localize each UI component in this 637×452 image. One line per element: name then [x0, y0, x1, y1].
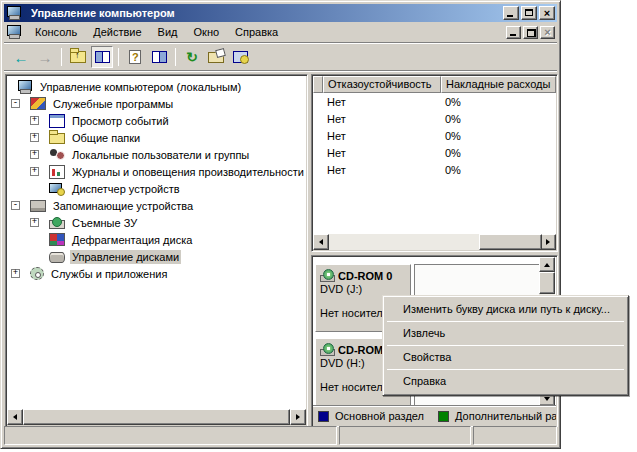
back-button[interactable]: ← [10, 46, 32, 68]
mdi-restore-icon [527, 29, 536, 37]
tree-item-computer-management[interactable]: Управление компьютером (локальным) [8, 78, 305, 95]
column-header-fault-tolerance[interactable]: Отказоустойчивость [323, 76, 441, 93]
titlebar[interactable]: Управление компьютером × [4, 4, 557, 22]
expand-expander[interactable]: + [30, 167, 39, 176]
services-icon [30, 267, 44, 280]
tree-item-removable-storage[interactable]: + Съемные ЗУ [8, 214, 305, 231]
mdi-close-button: × [540, 26, 555, 39]
window-title: Управление компьютером [31, 7, 501, 19]
collapse-expander[interactable]: - [11, 201, 20, 210]
status-segment [473, 426, 557, 445]
menu-action[interactable]: Действие [85, 23, 149, 41]
properties-button[interactable] [205, 46, 227, 68]
tree-item-services-applications[interactable]: + Службы и приложения [8, 265, 305, 282]
maximize-icon [525, 9, 533, 16]
app-computer-icon [6, 6, 22, 20]
minimize-button[interactable] [503, 6, 519, 20]
menu-item-change-drive-letter[interactable]: Изменить букву диска или путь к диску... [385, 299, 626, 320]
console-tree-icon [95, 51, 110, 63]
expand-expander[interactable]: + [11, 269, 20, 278]
back-icon: ← [14, 50, 29, 65]
volume-row[interactable]: Нет 0% [312, 161, 557, 178]
scroll-track[interactable] [23, 409, 290, 425]
volume-row[interactable]: Нет 0% [312, 127, 557, 144]
forward-button: → [34, 46, 56, 68]
shared-folders-icon [49, 133, 65, 144]
tree-item-storage[interactable]: - Запоминающие устройства [8, 197, 305, 214]
storage-icon [30, 200, 46, 212]
volume-row[interactable]: Нет 0% [312, 93, 557, 110]
tree-item-shared-folders[interactable]: + Общие папки [8, 129, 305, 146]
volume-row[interactable]: Нет 0% [312, 144, 557, 161]
tree-item-performance-logs[interactable]: + Журналы и оповещения производительност… [8, 163, 305, 180]
scroll-up-icon [544, 260, 550, 267]
up-one-level-button[interactable]: ↑ [67, 46, 89, 68]
menu-item-eject[interactable]: Извлечь [385, 323, 626, 344]
list-horizontal-scrollbar[interactable] [313, 234, 556, 250]
tree-item-disk-defragmenter[interactable]: Дефрагментация диска [8, 231, 305, 248]
scroll-left-button[interactable] [313, 234, 329, 250]
menu-view[interactable]: Вид [150, 23, 186, 41]
menu-help[interactable]: Справка [227, 23, 286, 41]
mdi-restore-button[interactable] [523, 26, 538, 39]
cdrom-drive-icon [320, 269, 336, 282]
scroll-left-button[interactable] [7, 409, 23, 425]
scroll-track[interactable] [329, 234, 540, 250]
scroll-right-button[interactable] [290, 409, 306, 425]
collapse-expander[interactable]: - [11, 99, 20, 108]
tree-horizontal-scrollbar[interactable] [7, 409, 306, 425]
help-page-icon: ? [129, 50, 141, 64]
tree-item-event-viewer[interactable]: + Просмотр событий [8, 112, 305, 129]
scroll-thumb[interactable] [479, 234, 542, 250]
column-header-overhead[interactable]: Накладные расходы [441, 76, 556, 93]
disk-management-icon [49, 252, 65, 263]
toolbar: ← → ↑ ? ↻ [4, 44, 557, 71]
help-topics-button[interactable] [229, 46, 251, 68]
menu-bar: Консоль Действие Вид Окно Справка × [4, 22, 557, 43]
forward-icon: → [38, 50, 53, 65]
scroll-right-button[interactable] [540, 234, 556, 250]
console-tree: Управление компьютером (локальным) - Слу… [8, 78, 305, 407]
mdi-window-buttons: × [504, 26, 555, 39]
cdrom-drive-icon [320, 343, 336, 356]
toolbar-separator [175, 48, 176, 66]
expand-expander[interactable]: + [30, 150, 39, 159]
volume-row[interactable]: Нет 0% [312, 110, 557, 127]
scroll-thumb[interactable] [23, 409, 290, 425]
disk-volume-label: DVD (J:) [320, 283, 407, 295]
system-tools-icon [30, 97, 46, 110]
close-button[interactable]: × [539, 6, 555, 20]
show-hide-tree-button[interactable] [91, 46, 113, 68]
show-action-pane-button[interactable] [148, 46, 170, 68]
mdi-minimize-icon [510, 34, 516, 36]
column-header-partial[interactable] [313, 76, 323, 93]
expand-expander[interactable]: + [30, 116, 39, 125]
tree-item-local-users-groups[interactable]: + Локальные пользователи и группы [8, 146, 305, 163]
tree-item-device-manager[interactable]: Диспетчер устройств [8, 180, 305, 197]
help-button[interactable]: ? [124, 46, 146, 68]
performance-logs-icon [49, 165, 65, 179]
scroll-thumb[interactable] [539, 272, 555, 294]
menu-console[interactable]: Консоль [27, 23, 85, 41]
menu-item-help[interactable]: Справка [385, 371, 626, 392]
mdi-child-system-icon[interactable] [6, 25, 22, 39]
scroll-right-icon [546, 239, 553, 245]
expand-expander[interactable]: + [30, 133, 39, 142]
menu-item-properties[interactable]: Свойства [385, 347, 626, 368]
status-segment [339, 426, 471, 445]
scroll-left-icon [316, 239, 323, 245]
device-manager-icon [49, 182, 65, 196]
scroll-up-button[interactable] [539, 257, 555, 272]
disk-context-menu: Изменить букву диска или путь к диску...… [382, 295, 629, 396]
expand-expander[interactable]: + [30, 218, 39, 227]
mdi-minimize-button[interactable] [506, 26, 521, 39]
refresh-button[interactable]: ↻ [181, 46, 203, 68]
menu-window[interactable]: Окно [186, 23, 228, 41]
tree-item-disk-management[interactable]: Управление дисками [8, 248, 305, 265]
scroll-right-icon [296, 414, 303, 420]
status-bar [4, 426, 557, 445]
tree-item-system-tools[interactable]: - Служебные программы [8, 95, 305, 112]
maximize-button[interactable] [521, 6, 537, 20]
folder-up-icon: ↑ [70, 51, 86, 63]
help-topics-icon [233, 51, 248, 63]
